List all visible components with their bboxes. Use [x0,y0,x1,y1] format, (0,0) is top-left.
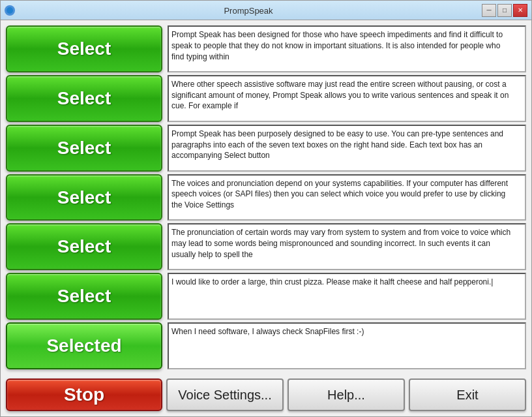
select-button-4[interactable]: Select [6,174,162,221]
text-area-3[interactable] [168,125,526,172]
voice-settings-button[interactable]: Voice Settings... [166,378,284,411]
select-button-2[interactable]: Select [6,75,162,122]
title-bar: PrompSpeak ─ □ ✕ [1,1,531,20]
text-area-4[interactable] [168,174,526,221]
text-wrapper-4 [168,174,526,221]
restore-button[interactable]: □ [497,4,512,17]
text-wrapper-6 [168,273,526,320]
select-button-7[interactable]: Selected [6,322,162,369]
text-area-2[interactable] [168,75,526,122]
help-button[interactable]: Help... [288,378,405,411]
main-window: PrompSpeak ─ □ ✕ SelectSelectSelectSelec… [0,0,532,417]
text-area-5[interactable] [168,223,526,270]
text-area-1[interactable] [168,25,526,72]
text-wrapper-7 [168,322,526,369]
content-area: SelectSelectSelectSelectSelectSelectSele… [1,20,531,375]
exit-button[interactable]: Exit [409,378,526,411]
text-wrapper-1 [168,25,526,72]
window-title: PrompSpeak [224,6,273,16]
text-area-7[interactable] [168,322,526,369]
select-button-1[interactable]: Select [6,25,162,72]
close-button[interactable]: ✕ [513,4,527,17]
text-wrapper-5 [168,223,526,270]
text-wrapper-2 [168,75,526,122]
row-5: Select [6,223,526,270]
svg-point-0 [7,7,13,14]
row-4: Select [6,174,526,221]
window-controls: ─ □ ✕ [482,4,527,17]
row-7: Selected [6,322,526,369]
title-bar-left [5,5,15,16]
title-bar-center: PrompSpeak [15,5,482,16]
select-button-6[interactable]: Select [6,273,162,320]
text-wrapper-3 [168,125,526,172]
select-button-5[interactable]: Select [6,223,162,270]
row-6: Select [6,273,526,320]
minimize-button[interactable]: ─ [482,4,496,17]
row-2: Select [6,75,526,122]
row-3: Select [6,125,526,172]
bottom-bar: Stop Voice Settings... Help... Exit [1,375,531,416]
app-icon [5,5,15,16]
stop-button[interactable]: Stop [6,378,162,411]
select-button-3[interactable]: Select [6,125,162,172]
row-1: Select [6,25,526,72]
text-area-6[interactable] [168,273,526,320]
